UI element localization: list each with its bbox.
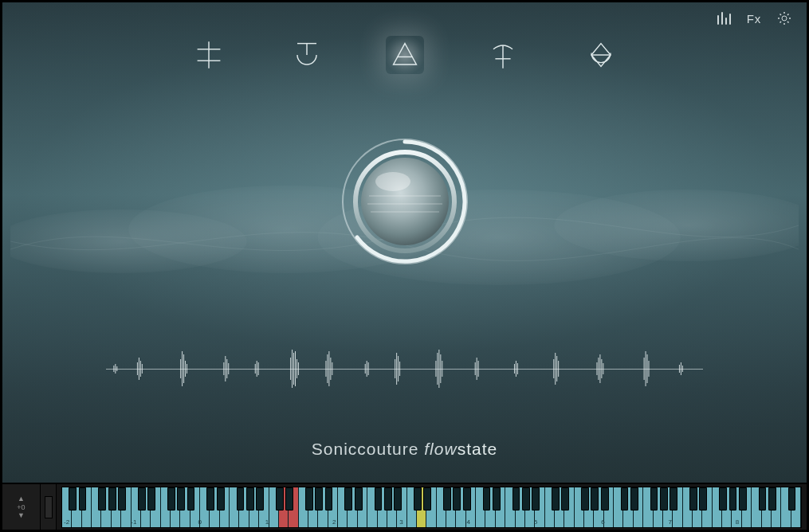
white-key[interactable] [112,487,121,527]
white-key[interactable] [742,487,752,527]
white-key[interactable] [584,487,594,527]
top-toolbar: Fx [716,10,792,26]
white-key[interactable] [82,487,92,527]
white-key[interactable] [121,487,131,527]
eq-icon[interactable] [716,10,732,26]
product-family-label: flow [424,440,457,458]
white-key[interactable] [407,487,417,527]
white-key[interactable] [466,487,476,527]
white-key[interactable] [476,487,485,527]
preset-tab-1[interactable] [190,36,228,74]
waveform-display [106,347,703,391]
white-key[interactable] [772,487,781,527]
preset-tab-5[interactable] [582,36,620,74]
white-key[interactable] [279,487,289,527]
white-key[interactable] [654,487,663,527]
white-key[interactable] [791,487,801,527]
white-key[interactable] [693,487,702,527]
white-key[interactable] [171,487,180,527]
white-key[interactable] [545,487,555,527]
white-key[interactable] [190,487,200,527]
white-key[interactable] [230,487,239,527]
white-key[interactable] [338,487,348,527]
white-key[interactable] [318,487,328,527]
transpose-value: +0 [17,503,25,511]
main-knob[interactable] [337,134,473,269]
white-key[interactable] [299,487,308,527]
main-panel: Fx [2,2,807,483]
white-key[interactable] [101,487,111,527]
preset-tab-2[interactable] [288,36,326,74]
white-key[interactable] [683,487,693,527]
preset-tab-4[interactable] [484,36,522,74]
white-key[interactable] [446,487,456,527]
white-key[interactable] [161,487,171,527]
white-key[interactable] [249,487,259,527]
white-key[interactable] [328,487,338,527]
white-key[interactable] [62,487,72,527]
white-key[interactable] [781,487,791,527]
white-key[interactable] [516,487,525,527]
white-key[interactable] [564,487,574,527]
svg-point-0 [782,16,787,21]
white-key[interactable] [702,487,712,527]
white-key[interactable] [417,487,426,527]
brand-label: Soniccouture [312,440,424,458]
white-key[interactable] [180,487,190,527]
preset-tabs [190,36,620,74]
white-key[interactable] [713,487,722,527]
white-key[interactable] [634,487,643,527]
white-key[interactable] [673,487,682,527]
svg-point-16 [361,158,449,245]
white-key[interactable] [151,487,160,527]
white-key[interactable] [604,487,614,527]
white-key[interactable] [732,487,741,527]
white-key[interactable] [535,487,544,527]
white-key[interactable] [485,487,495,527]
white-key[interactable] [663,487,673,527]
transpose-control[interactable]: ▲ +0 ▼ [2,484,41,530]
white-key[interactable] [437,487,446,527]
chevron-down-icon[interactable]: ▼ [18,513,25,518]
white-key[interactable] [722,487,732,527]
white-key[interactable] [643,487,653,527]
white-key[interactable] [762,487,772,527]
white-key[interactable] [308,487,318,527]
white-key[interactable] [752,487,761,527]
white-key[interactable] [348,487,357,527]
svg-point-13 [554,190,799,261]
white-key[interactable] [220,487,230,527]
white-key[interactable] [132,487,141,527]
white-key[interactable] [92,487,101,527]
white-key[interactable] [239,487,249,527]
white-key[interactable] [505,487,515,527]
white-key[interactable] [496,487,505,527]
white-key[interactable] [141,487,151,527]
white-key[interactable] [210,487,219,527]
keyboard-strip: ▲ +0 ▼ -2-1012345678 [2,483,807,530]
white-key[interactable] [594,487,603,527]
white-key[interactable] [269,487,279,527]
white-key[interactable] [200,487,210,527]
white-key[interactable] [555,487,564,527]
gear-icon[interactable] [776,10,792,26]
white-key[interactable] [387,487,397,527]
virtual-keyboard[interactable]: -2-1012345678 [57,484,807,530]
white-key[interactable] [426,487,436,527]
white-key[interactable] [72,487,81,527]
velocity-slot[interactable] [41,484,57,530]
white-key[interactable] [358,487,367,527]
white-key[interactable] [456,487,465,527]
chevron-up-icon[interactable]: ▲ [18,496,25,502]
white-key[interactable] [259,487,269,527]
white-key[interactable] [623,487,633,527]
white-key[interactable] [397,487,406,527]
white-key[interactable] [525,487,535,527]
white-key[interactable] [378,487,387,527]
white-key[interactable] [614,487,623,527]
white-key[interactable] [575,487,584,527]
preset-tab-3[interactable] [386,36,424,74]
white-key[interactable] [289,487,298,527]
fx-button[interactable]: Fx [746,10,762,26]
white-key[interactable] [367,487,377,527]
